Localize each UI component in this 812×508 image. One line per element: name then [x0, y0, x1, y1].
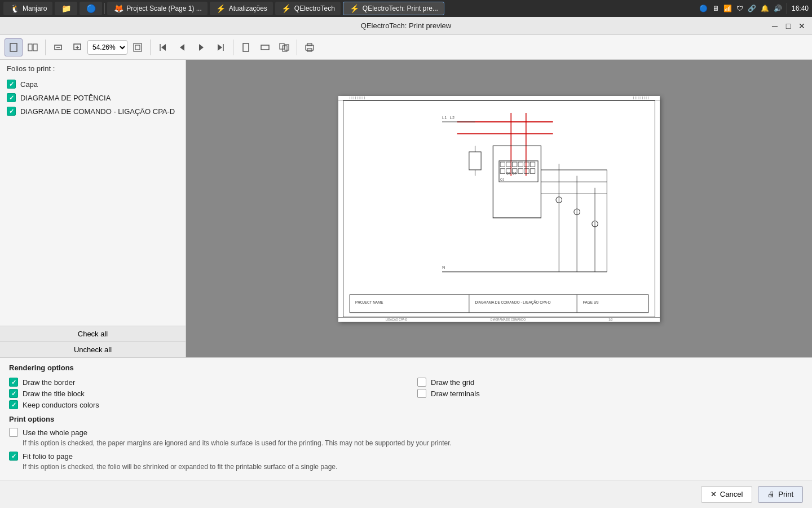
print-label: Print — [778, 490, 793, 498]
svg-rect-32 — [506, 162, 511, 167]
left-rendering-options: Draw the border Draw the title block Kee… — [9, 376, 395, 410]
taskbar-item-qet-print[interactable]: ⚡ QElectroTech: Print pre... — [343, 2, 444, 15]
toolbar-landscape-btn[interactable] — [256, 38, 274, 56]
toolbar-facing-pages-btn[interactable] — [24, 38, 42, 56]
folios-label: Folios to print : — [0, 60, 186, 75]
rendering-options-title: Rendering options — [9, 364, 803, 372]
taskbar-item-qet[interactable]: ⚡ QElectroTech — [275, 2, 341, 15]
svg-rect-0 — [10, 43, 17, 51]
titlebar: QElectroTech: Print preview ─ □ ✕ — [0, 17, 812, 35]
svg-rect-8 — [134, 43, 142, 51]
octopi-icon: 🔵 — [85, 3, 96, 14]
zoom-select[interactable]: 25% 50% 54.26% 75% 100% 150% 200% — [87, 40, 127, 55]
qet-icon: ⚡ — [281, 3, 292, 14]
maximize-button[interactable]: □ — [783, 20, 794, 32]
bluetooth-icon: 🔵 — [699, 5, 708, 12]
folio-item-comando[interactable]: DIAGRAMA DE COMANDO - LIGAÇÃO CPA-D — [5, 104, 181, 118]
fit-folio-row: Fit folio to page — [9, 450, 803, 462]
svg-marker-13 — [199, 44, 204, 51]
folio-checkbox-capa[interactable] — [7, 80, 16, 89]
draw-title-block-checkbox[interactable] — [9, 389, 18, 398]
taskbar-manjaro-label: Manjaro — [23, 5, 47, 12]
taskbar: 🐧 Manjaro 📁 🔵 🦊 Project Scale (Page 1) .… — [0, 0, 812, 17]
time-display: 16:40 — [792, 5, 809, 12]
toolbar-next-page-btn[interactable] — [192, 38, 210, 56]
svg-rect-41 — [524, 168, 529, 173]
footer-bar: ✕ Cancel 🖨 Print — [0, 480, 812, 508]
folio-item-potencia[interactable]: DIAGRAMA DE POTÊNCIA — [5, 91, 181, 104]
manjaro-icon: 🐧 — [9, 3, 20, 14]
svg-rect-17 — [261, 45, 269, 50]
close-button[interactable]: ✕ — [796, 20, 807, 32]
keep-colors-row: Keep conductors colors — [9, 399, 395, 410]
volume-icon: 🔊 — [774, 5, 782, 12]
folio-item-capa[interactable]: Capa — [5, 77, 181, 91]
network2-icon: 🔗 — [748, 5, 756, 12]
toolbar-portrait-btn[interactable] — [237, 38, 255, 56]
toolbar-sep-3 — [233, 40, 233, 55]
taskbar-item-files[interactable]: 📁 — [55, 2, 77, 15]
files-icon: 📁 — [60, 3, 72, 14]
toolbar-pages-btn[interactable] — [275, 38, 293, 56]
right-rendering-options: Draw the grid Draw terminals — [417, 376, 803, 410]
schematic-svg: L1 L2 N Q1 Q2 Q3 — [346, 104, 652, 314]
print-button[interactable]: 🖨 Print — [758, 486, 803, 503]
svg-rect-42 — [530, 168, 535, 173]
svg-marker-12 — [180, 44, 184, 51]
minimize-button[interactable]: ─ — [769, 20, 780, 32]
print-icon: 🖨 — [767, 490, 775, 498]
svg-rect-9 — [135, 45, 140, 50]
window-title: QElectroTech: Print preview — [361, 21, 451, 30]
draw-terminals-checkbox[interactable] — [417, 389, 426, 398]
taskbar-firefox-label: Project Scale (Page 1) ... — [126, 5, 201, 12]
svg-text:Q3: Q3 — [512, 172, 516, 175]
svg-rect-35 — [524, 162, 529, 167]
folio-label-capa: Capa — [20, 80, 38, 89]
taskbar-item-octopi[interactable]: 🔵 — [80, 2, 102, 15]
svg-rect-2 — [33, 44, 37, 51]
toolbar: 25% 50% 54.26% 75% 100% 150% 200% — [0, 35, 812, 60]
svg-text:Q2: Q2 — [506, 172, 510, 175]
folio-label-potencia: DIAGRAMA DE POTÊNCIA — [20, 94, 111, 102]
folio-checkbox-comando[interactable] — [7, 107, 16, 116]
svg-text:Q1: Q1 — [500, 178, 504, 181]
taskbar-separator-1 — [104, 3, 105, 14]
taskbar-item-updates[interactable]: ⚡ Atualizações — [210, 2, 273, 15]
qet-print-icon: ⚡ — [349, 3, 360, 14]
fit-folio-label: Fit folio to page — [23, 452, 73, 461]
draw-terminals-row: Draw terminals — [417, 388, 803, 399]
check-all-button[interactable]: Check all — [0, 326, 186, 341]
use-whole-page-desc: If this option is checked, the paper mar… — [9, 439, 803, 447]
keep-colors-checkbox[interactable] — [9, 400, 18, 409]
draw-terminals-label: Draw terminals — [431, 389, 480, 398]
taskbar-separator-2 — [787, 3, 787, 14]
draw-title-block-row: Draw the title block — [9, 388, 395, 399]
draw-border-checkbox[interactable] — [9, 378, 18, 387]
notify-icon: 🔔 — [761, 5, 769, 12]
taskbar-item-manjaro[interactable]: 🐧 Manjaro — [3, 2, 52, 15]
draw-title-block-label: Draw the title block — [23, 389, 85, 398]
toolbar-zoom-in-btn[interactable] — [68, 38, 86, 56]
toolbar-prev-page-btn[interactable] — [173, 38, 191, 56]
toolbar-single-page-btn[interactable] — [5, 38, 23, 56]
cancel-button[interactable]: ✕ Cancel — [701, 486, 752, 503]
left-panel: Folios to print : Capa DIAGRAMA DE POTÊN… — [0, 60, 186, 357]
folio-checkbox-potencia[interactable] — [7, 93, 16, 102]
draw-border-label: Draw the border — [23, 378, 75, 387]
use-whole-page-checkbox[interactable] — [9, 428, 18, 437]
svg-rect-31 — [500, 162, 505, 167]
toolbar-zoom-out-btn[interactable] — [49, 38, 67, 56]
taskbar-item-firefox[interactable]: 🦊 Project Scale (Page 1) ... — [107, 2, 207, 15]
toolbar-fit-page-btn[interactable] — [129, 38, 147, 56]
taskbar-updates-label: Atualizações — [229, 5, 267, 12]
taskbar-system: 🔵 🖥 📶 🛡 🔗 🔔 🔊 16:40 — [699, 3, 809, 14]
svg-text:L2: L2 — [450, 115, 454, 120]
toolbar-last-page-btn[interactable] — [211, 38, 230, 56]
svg-text:N: N — [442, 265, 445, 270]
use-whole-page-label: Use the whole page — [23, 428, 87, 437]
toolbar-first-page-btn[interactable] — [154, 38, 172, 56]
toolbar-print-settings-btn[interactable] — [301, 38, 319, 56]
uncheck-all-button[interactable]: Uncheck all — [0, 341, 186, 357]
draw-grid-checkbox[interactable] — [417, 378, 426, 387]
fit-folio-checkbox[interactable] — [9, 452, 18, 461]
